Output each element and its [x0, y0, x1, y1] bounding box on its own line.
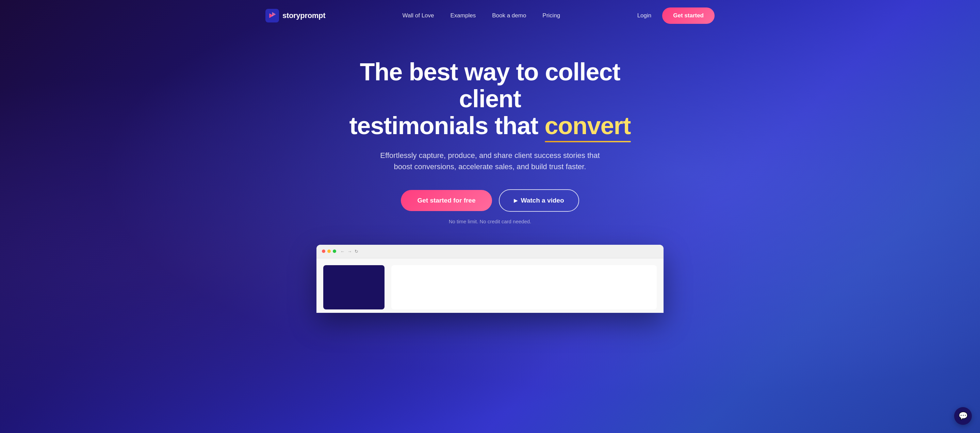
hero-fine-print: No time limit. No credit card needed.	[344, 218, 636, 224]
nav-pricing[interactable]: Pricing	[542, 12, 560, 19]
hero-title: The best way to collect client testimoni…	[344, 59, 636, 140]
logo-icon	[266, 9, 279, 22]
hero-buttons: Get started for free ▶ Watch a video	[344, 189, 636, 212]
navbar: storyprompt Wall of Love Examples Book a…	[245, 0, 735, 31]
browser-sidebar	[323, 265, 385, 309]
browser-nav-icons: ← → ↻	[340, 249, 358, 254]
browser-dot-yellow	[327, 250, 331, 253]
browser-dot-green	[333, 250, 336, 253]
hero-title-highlight: convert	[545, 112, 631, 139]
browser-mockup: ← → ↻	[317, 245, 663, 313]
watch-video-button[interactable]: ▶ Watch a video	[499, 189, 579, 212]
nav-links: Wall of Love Examples Book a demo Pricin…	[402, 12, 560, 19]
play-icon: ▶	[514, 198, 517, 203]
nav-get-started-button[interactable]: Get started	[662, 8, 714, 24]
browser-bar: ← → ↻	[317, 245, 663, 258]
nav-examples[interactable]: Examples	[450, 12, 476, 19]
chat-widget[interactable]: 💬	[954, 407, 972, 425]
browser-main	[391, 265, 657, 309]
watch-video-label: Watch a video	[521, 197, 564, 204]
logo-link[interactable]: storyprompt	[266, 9, 325, 22]
browser-dots	[322, 250, 336, 253]
browser-forward-icon: →	[347, 249, 352, 254]
hero-title-line2: testimonials that	[349, 112, 544, 139]
browser-refresh-icon: ↻	[355, 249, 358, 254]
browser-content	[317, 258, 663, 313]
logo-text: storyprompt	[282, 11, 325, 20]
hero-title-line1: The best way to collect client	[360, 58, 620, 112]
chat-icon: 💬	[959, 412, 968, 420]
browser-dot-red	[322, 250, 325, 253]
browser-mockup-container: ← → ↻	[303, 245, 677, 313]
get-started-free-button[interactable]: Get started for free	[401, 190, 492, 211]
nav-right: Login Get started	[637, 8, 714, 24]
browser-back-icon: ←	[340, 249, 345, 254]
nav-book-demo[interactable]: Book a demo	[492, 12, 526, 19]
hero-section: The best way to collect client testimoni…	[337, 31, 643, 245]
hero-subtitle: Effortlessly capture, produce, and share…	[371, 150, 609, 172]
nav-wall-of-love[interactable]: Wall of Love	[402, 12, 434, 19]
login-link[interactable]: Login	[637, 12, 652, 19]
